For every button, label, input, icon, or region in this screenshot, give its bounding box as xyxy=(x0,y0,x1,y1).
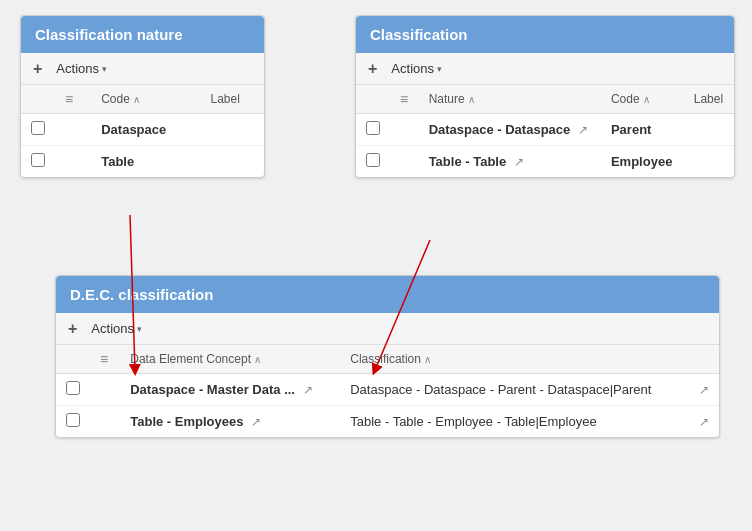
dropdown-arrow-icon: ▾ xyxy=(102,64,107,74)
row-checkbox-cell xyxy=(56,406,90,438)
row-label xyxy=(684,114,734,146)
row-cls-link: ↗ xyxy=(685,374,719,406)
row-checkbox[interactable] xyxy=(31,121,45,135)
row-label xyxy=(201,114,264,146)
menu-icon[interactable]: ≡ xyxy=(400,91,408,107)
row-nature: Dataspace - Dataspace ↗ xyxy=(419,114,601,146)
row-menu xyxy=(90,406,120,438)
row-dec: Dataspace - Master Data ... ↗ xyxy=(120,374,340,406)
table-row: Table xyxy=(21,146,264,178)
sort-classification[interactable]: Classification ∧ xyxy=(350,352,431,366)
row-menu xyxy=(55,114,91,146)
row-dec: Table - Employees ↗ xyxy=(120,406,340,438)
classification-table: ≡ Nature ∧ Code ∧ Label xyxy=(356,85,734,177)
row-menu xyxy=(90,374,120,406)
sort-arrow-icon: ∧ xyxy=(254,354,261,365)
classification-toolbar: + Actions ▾ xyxy=(356,53,734,85)
sort-nature[interactable]: Nature ∧ xyxy=(429,92,475,106)
classification-panel: Classification + Actions ▾ ≡ Nature ∧ xyxy=(355,15,735,178)
actions-dropdown[interactable]: Actions ▾ xyxy=(385,59,448,78)
table-row: Dataspace - Dataspace ↗ Parent xyxy=(356,114,734,146)
menu-icon[interactable]: ≡ xyxy=(65,91,73,107)
dropdown-arrow-icon: ▾ xyxy=(137,324,142,334)
sort-arrow-icon: ∧ xyxy=(643,94,650,105)
actions-label: Actions xyxy=(391,61,434,76)
dec-classification-table: ≡ Data Element Concept ∧ Classification … xyxy=(56,345,719,437)
row-checkbox[interactable] xyxy=(366,121,380,135)
external-link-icon[interactable]: ↗ xyxy=(251,415,261,429)
dec-classification-panel: D.E.C. classification + Actions ▾ ≡ Data… xyxy=(55,275,720,438)
table-row: Table - Employees ↗ Table - Table - Empl… xyxy=(56,406,719,438)
col-menu: ≡ xyxy=(390,85,419,114)
classification-nature-table: ≡ Code ∧ Label Dataspace xyxy=(21,85,264,177)
row-classification: Dataspace - Dataspace - Parent - Dataspa… xyxy=(340,374,685,406)
external-link-icon[interactable]: ↗ xyxy=(303,383,313,397)
sort-arrow-icon: ∧ xyxy=(424,354,431,365)
panel-title: D.E.C. classification xyxy=(70,286,213,303)
row-checkbox-cell xyxy=(21,114,55,146)
sort-dec[interactable]: Data Element Concept ∧ xyxy=(130,352,261,366)
sort-arrow-icon: ∧ xyxy=(133,94,140,105)
row-checkbox[interactable] xyxy=(66,413,80,427)
row-label xyxy=(201,146,264,178)
table-row: Table - Table ↗ Employee xyxy=(356,146,734,178)
col-dec[interactable]: Data Element Concept ∧ xyxy=(120,345,340,374)
col-checkbox xyxy=(356,85,390,114)
dropdown-arrow-icon: ▾ xyxy=(437,64,442,74)
col-checkbox xyxy=(21,85,55,114)
col-code[interactable]: Code ∧ xyxy=(91,85,200,114)
col-menu: ≡ xyxy=(90,345,120,374)
menu-icon[interactable]: ≡ xyxy=(100,351,108,367)
col-code[interactable]: Code ∧ xyxy=(601,85,684,114)
classification-nature-toolbar: + Actions ▾ xyxy=(21,53,264,85)
col-checkbox xyxy=(56,345,90,374)
dec-classification-toolbar: + Actions ▾ xyxy=(56,313,719,345)
col-menu: ≡ xyxy=(55,85,91,114)
row-label xyxy=(684,146,734,178)
row-checkbox-cell xyxy=(21,146,55,178)
actions-dropdown[interactable]: Actions ▾ xyxy=(85,319,148,338)
add-button[interactable]: + xyxy=(68,320,77,338)
col-label: Label xyxy=(201,85,264,114)
external-link-icon[interactable]: ↗ xyxy=(699,383,709,397)
row-menu xyxy=(390,114,419,146)
sort-code[interactable]: Code ∧ xyxy=(101,92,140,106)
row-checkbox-cell xyxy=(56,374,90,406)
row-classification: Table - Table - Employee - Table|Employe… xyxy=(340,406,685,438)
row-code: Employee xyxy=(601,146,684,178)
row-code: Parent xyxy=(601,114,684,146)
add-button[interactable]: + xyxy=(33,60,42,78)
classification-header: Classification xyxy=(356,16,734,53)
panel-title: Classification nature xyxy=(35,26,183,43)
sort-code[interactable]: Code ∧ xyxy=(611,92,650,106)
actions-label: Actions xyxy=(56,61,99,76)
external-link-icon[interactable]: ↗ xyxy=(699,415,709,429)
panel-title: Classification xyxy=(370,26,468,43)
row-checkbox-cell xyxy=(356,146,390,178)
external-link-icon[interactable]: ↗ xyxy=(578,123,588,137)
col-label: Label xyxy=(684,85,734,114)
col-link xyxy=(685,345,719,374)
table-row: Dataspace xyxy=(21,114,264,146)
external-link-icon[interactable]: ↗ xyxy=(514,155,524,169)
table-row: Dataspace - Master Data ... ↗ Dataspace … xyxy=(56,374,719,406)
classification-nature-panel: Classification nature + Actions ▾ ≡ Code… xyxy=(20,15,265,178)
row-menu xyxy=(55,146,91,178)
row-checkbox[interactable] xyxy=(31,153,45,167)
classification-nature-header: Classification nature xyxy=(21,16,264,53)
row-menu xyxy=(390,146,419,178)
row-nature: Table - Table ↗ xyxy=(419,146,601,178)
sort-arrow-icon: ∧ xyxy=(468,94,475,105)
col-nature[interactable]: Nature ∧ xyxy=(419,85,601,114)
row-checkbox-cell xyxy=(356,114,390,146)
row-checkbox[interactable] xyxy=(366,153,380,167)
dec-classification-header: D.E.C. classification xyxy=(56,276,719,313)
actions-dropdown[interactable]: Actions ▾ xyxy=(50,59,113,78)
row-code: Dataspace xyxy=(91,114,200,146)
col-classification[interactable]: Classification ∧ xyxy=(340,345,685,374)
actions-label: Actions xyxy=(91,321,134,336)
add-button[interactable]: + xyxy=(368,60,377,78)
row-checkbox[interactable] xyxy=(66,381,80,395)
row-cls-link: ↗ xyxy=(685,406,719,438)
row-code: Table xyxy=(91,146,200,178)
